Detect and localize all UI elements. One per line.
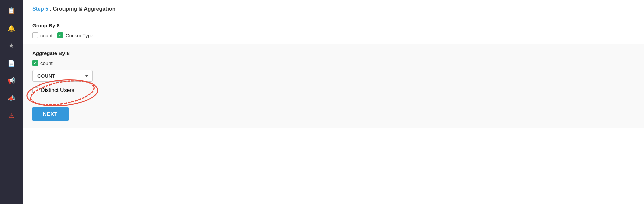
step-title: Step 5 : Grouping & Aggregation — [32, 6, 635, 12]
group-by-cuckuutype-item: ✓ CuckuuType — [57, 32, 93, 38]
group-by-cuckuutype-checkbox[interactable]: ✓ — [57, 32, 63, 38]
distinct-users-checkbox[interactable] — [32, 87, 38, 93]
group-by-title: Group By:8 — [32, 23, 635, 28]
next-button-wrapper: NEXT — [23, 100, 644, 128]
step-number: Step 5 — [32, 6, 48, 12]
aggregate-count-checkbox[interactable]: ✓ — [32, 60, 38, 66]
next-button[interactable]: NEXT — [32, 107, 69, 121]
aggregate-by-title: Aggregate By:8 — [32, 50, 635, 56]
group-by-count-label: count — [40, 33, 53, 38]
megaphone-icon[interactable]: 📢 — [4, 73, 19, 88]
group-by-cuckuutype-label: CuckuuType — [66, 33, 93, 38]
group-by-count-item: count — [32, 32, 53, 38]
step-separator: : — [48, 6, 53, 12]
speaker-icon[interactable]: 📣 — [4, 91, 19, 106]
step-header: Step 5 : Grouping & Aggregation — [23, 0, 644, 16]
star-icon[interactable]: ★ — [4, 38, 19, 53]
copy-icon[interactable]: 📄 — [4, 56, 19, 71]
group-by-section: Group By:8 count ✓ CuckuuType — [23, 16, 644, 44]
distinct-users-label: Distinct Users — [41, 87, 74, 93]
bell-icon[interactable]: 🔔 — [4, 21, 19, 36]
clipboard-icon[interactable]: 📋 — [4, 3, 19, 18]
main-content: Step 5 : Grouping & Aggregation Group By… — [23, 0, 644, 204]
alert-icon[interactable]: ⚠ — [4, 108, 19, 123]
count-dropdown-wrapper: COUNT SUM AVG MIN MAX — [32, 70, 635, 82]
sidebar: 📋 🔔 ★ 📄 📢 📣 ⚠ — [0, 0, 23, 204]
distinct-users-row: Distinct Users — [32, 87, 635, 93]
group-by-count-checkbox[interactable] — [32, 32, 38, 38]
count-dropdown[interactable]: COUNT SUM AVG MIN MAX — [32, 70, 93, 82]
aggregate-count-label: count — [40, 60, 53, 66]
aggregate-by-section: Aggregate By:8 ✓ count COUNT SUM AVG MIN… — [23, 44, 644, 100]
group-by-checkbox-row: count ✓ CuckuuType — [32, 32, 635, 38]
aggregate-count-item: ✓ count — [32, 60, 635, 66]
step-name: Grouping & Aggregation — [53, 6, 115, 12]
